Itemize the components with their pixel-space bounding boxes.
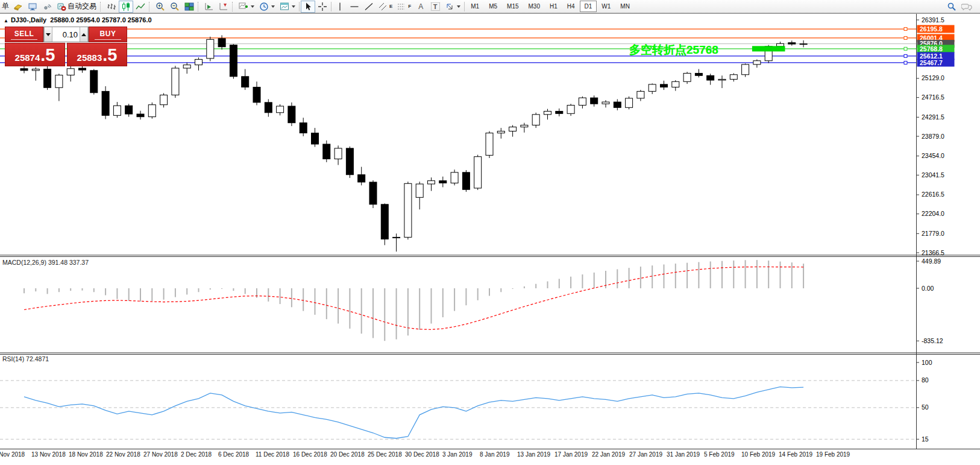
zoom-out-button[interactable] bbox=[168, 1, 182, 13]
arrows-button[interactable] bbox=[442, 1, 463, 13]
timeframe-h4-button[interactable]: H4 bbox=[562, 1, 580, 12]
rsi-scale-label: 100 bbox=[922, 359, 932, 366]
candle-body bbox=[591, 98, 598, 104]
price-tick-label: 23041.5 bbox=[922, 171, 944, 179]
chart-shift-button[interactable] bbox=[216, 1, 231, 13]
candle-body bbox=[742, 65, 749, 75]
trendline-button[interactable] bbox=[362, 1, 376, 13]
candle-body bbox=[369, 182, 377, 204]
timeframe-m1-button[interactable]: M1 bbox=[466, 1, 484, 12]
rsi-value: 72.4871 bbox=[26, 355, 49, 362]
vertical-line-button[interactable] bbox=[333, 1, 347, 13]
candle-body bbox=[277, 106, 284, 113]
candle-body bbox=[404, 183, 412, 237]
candlestick-chart-button[interactable] bbox=[119, 1, 133, 13]
timeframe-d1-button[interactable]: D1 bbox=[580, 1, 597, 12]
search-button[interactable] bbox=[944, 1, 959, 13]
macd-scale-label: 0.00 bbox=[922, 285, 934, 292]
line-chart-icon bbox=[136, 2, 145, 11]
date-label: 10 Feb 2019 bbox=[741, 451, 775, 458]
sell-button[interactable]: SELL bbox=[5, 27, 43, 42]
candle-body bbox=[300, 123, 307, 133]
text-icon: A bbox=[418, 2, 423, 11]
toolbar-separator bbox=[464, 2, 465, 11]
timeframe-m15-button[interactable]: M15 bbox=[502, 1, 523, 12]
timeframe-m5-button[interactable]: M5 bbox=[484, 1, 502, 12]
price-line-label-text: 25768.8 bbox=[920, 45, 943, 52]
new-chart-button[interactable] bbox=[25, 1, 40, 13]
auto-trading-button[interactable]: 自动交易 bbox=[54, 1, 99, 13]
template-icon bbox=[280, 2, 289, 11]
chat-button[interactable] bbox=[959, 1, 975, 13]
buy-button[interactable]: BUY bbox=[89, 27, 127, 42]
candle-body bbox=[381, 204, 388, 239]
gold-book-icon bbox=[13, 2, 23, 11]
cursor-button[interactable] bbox=[301, 1, 315, 13]
line-handle[interactable] bbox=[904, 47, 907, 50]
horizontal-line-button[interactable] bbox=[347, 1, 362, 13]
sell-price-main: 25874 bbox=[15, 53, 40, 62]
price-tick-label: 21779.0 bbox=[922, 230, 944, 237]
fibonacci-button[interactable]: F bbox=[395, 1, 413, 13]
volume-increase-button[interactable] bbox=[80, 27, 88, 42]
zoom-in-icon bbox=[155, 2, 165, 11]
timeframe-m30-button[interactable]: M30 bbox=[524, 1, 545, 12]
horizontal-line-icon bbox=[350, 2, 359, 11]
date-label: 13 Nov 2018 bbox=[31, 451, 66, 458]
candle-body bbox=[335, 148, 342, 159]
templates-button[interactable] bbox=[277, 1, 298, 13]
candle-body bbox=[579, 98, 586, 105]
tile-windows-button[interactable] bbox=[182, 1, 196, 13]
candle-body bbox=[172, 68, 179, 95]
chart-canvas[interactable]: 26391.525129.024716.524291.523879.023454… bbox=[0, 0, 980, 465]
trendline-icon bbox=[364, 2, 374, 11]
timeframe-mn-button[interactable]: MN bbox=[615, 1, 635, 12]
triangle-down-icon bbox=[46, 33, 51, 36]
auto-scroll-button[interactable] bbox=[202, 1, 216, 13]
zoom-in-button[interactable] bbox=[153, 1, 168, 13]
timeframe-w1-button[interactable]: W1 bbox=[597, 1, 615, 12]
candle-body bbox=[160, 95, 168, 105]
volume-decrease-button[interactable] bbox=[44, 27, 52, 42]
candle-body bbox=[288, 106, 295, 123]
crosshair-button[interactable] bbox=[315, 1, 330, 13]
channel-icon bbox=[378, 2, 388, 11]
signals-button[interactable] bbox=[40, 1, 54, 13]
candle-body bbox=[346, 148, 353, 175]
date-label: 8 Nov 2018 bbox=[0, 451, 25, 458]
equidistant-channel-button[interactable]: E bbox=[376, 1, 395, 13]
candle-body bbox=[312, 133, 319, 144]
line-handle[interactable] bbox=[904, 61, 907, 64]
time-axis[interactable]: 8 Nov 201813 Nov 201818 Nov 201822 Nov 2… bbox=[0, 451, 980, 461]
candle-body bbox=[113, 106, 121, 115]
candle-body bbox=[521, 125, 528, 127]
line-handle[interactable] bbox=[904, 28, 907, 31]
line-handle[interactable] bbox=[904, 54, 907, 57]
new-order-text[interactable]: 单 bbox=[2, 1, 9, 11]
line-chart-button[interactable] bbox=[133, 1, 148, 13]
price-tick-label: 21366.5 bbox=[922, 249, 944, 256]
fibo-letter: F bbox=[408, 4, 411, 9]
line-handle[interactable] bbox=[904, 36, 907, 39]
deposit-button[interactable] bbox=[11, 1, 25, 13]
annotation-text[interactable]: 多空转折点25768 bbox=[629, 42, 718, 58]
highlight-segment[interactable] bbox=[752, 46, 785, 51]
arrows-icon bbox=[445, 2, 454, 11]
bar-chart-button[interactable] bbox=[104, 1, 119, 13]
volume-input[interactable] bbox=[52, 27, 80, 42]
text-button[interactable]: A bbox=[413, 1, 428, 13]
sell-price-display[interactable]: 25874.5 bbox=[5, 43, 65, 66]
timeframe-h1-button[interactable]: H1 bbox=[545, 1, 562, 12]
candle-body bbox=[497, 131, 504, 133]
periods-button[interactable] bbox=[257, 1, 277, 13]
indicators-button[interactable] bbox=[236, 1, 257, 13]
buy-price-display[interactable]: 25883.5 bbox=[67, 43, 127, 66]
macd-values: 391.48 337.37 bbox=[48, 259, 89, 266]
collapse-panel-icon[interactable]: ▲ bbox=[4, 18, 8, 24]
text-label-button[interactable]: T bbox=[428, 1, 442, 13]
macd-label: MACD(12,26,9) 391.48 337.37 bbox=[2, 259, 89, 266]
date-label: 8 Jan 2019 bbox=[480, 451, 510, 458]
toolbar-grip bbox=[100, 2, 103, 11]
candle-body bbox=[416, 184, 423, 197]
candle-body bbox=[358, 175, 365, 182]
